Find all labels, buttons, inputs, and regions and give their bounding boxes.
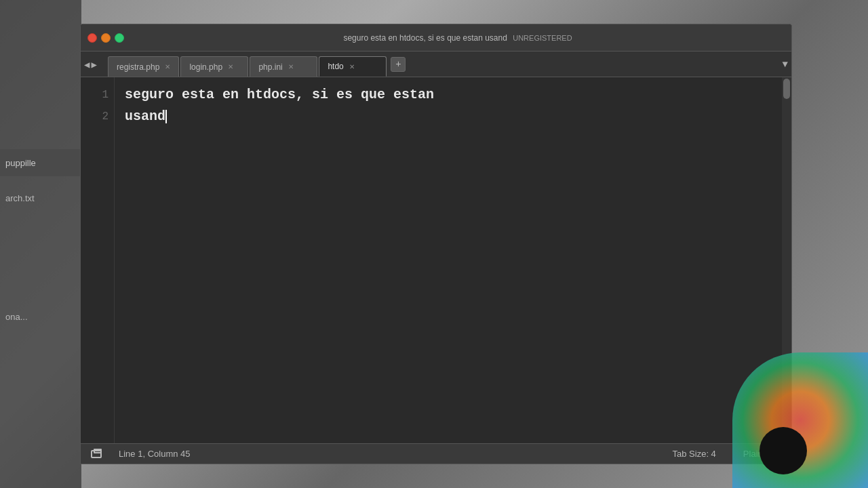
tab-size-indicator[interactable]: Tab Size: 4: [673, 449, 716, 459]
tab-close-icon[interactable]: ✕: [288, 63, 294, 70]
sidebar-panel: puppille arch.txt ona...: [0, 0, 81, 488]
maximize-button[interactable]: [115, 33, 124, 43]
tab-label: registra.php: [117, 62, 159, 72]
tab-registra[interactable]: registra.php ✕: [108, 56, 179, 77]
sidebar-item-label: puppille: [5, 158, 36, 168]
scrollbar-thumb[interactable]: [783, 79, 790, 99]
tab-close-icon[interactable]: ✕: [228, 63, 233, 70]
tab-label: htdo: [328, 62, 343, 71]
window-controls: [87, 33, 124, 43]
new-tab-button[interactable]: +: [391, 57, 406, 72]
tab-size-label: Tab Size: 4: [673, 449, 716, 459]
sidebar-item-arch[interactable]: arch.txt: [0, 193, 80, 203]
tab-label: login.php: [189, 62, 222, 72]
sidebar-item-puppille[interactable]: puppille: [0, 149, 80, 176]
status-bar: Line 1, Column 45 Tab Size: 4 Plain Text: [81, 443, 791, 464]
text-cursor: [165, 110, 167, 123]
cursor-position[interactable]: Line 1, Column 45: [119, 449, 191, 459]
window-title: seguro esta en htdocs, si es que estan u…: [131, 33, 785, 43]
code-line-1: seguro esta en htdocs, si es que estan: [125, 84, 781, 106]
unregistered-label: UNREGISTERED: [513, 34, 572, 42]
tab-phpini[interactable]: php.ini ✕: [250, 56, 317, 77]
code-line-2: usand: [125, 106, 781, 127]
tab-login[interactable]: login.php ✕: [180, 56, 248, 77]
tab-close-icon[interactable]: ✕: [349, 63, 355, 70]
sidebar-item-label: arch.txt: [5, 193, 35, 203]
editor-area[interactable]: 1 2 seguro esta en htdocs, si es que est…: [81, 77, 791, 443]
title-bar: seguro esta en htdocs, si es que estan u…: [81, 24, 791, 52]
tab-nav-buttons[interactable]: ◀ ▶: [84, 58, 97, 70]
tab-htdo[interactable]: htdo ✕: [319, 56, 387, 77]
tab-close-icon[interactable]: ✕: [165, 63, 170, 70]
color-blob-decoration: [732, 352, 868, 488]
title-text-main: seguro esta en htdocs, si es que estan u…: [343, 33, 507, 43]
line-number-2: 2: [86, 106, 108, 127]
status-icon: [91, 450, 102, 458]
code-editor[interactable]: seguro esta en htdocs, si es que estan u…: [115, 77, 791, 443]
minimize-button[interactable]: [101, 33, 111, 43]
dark-circle-overlay: [760, 427, 807, 474]
editor-window: seguro esta en htdocs, si es que estan u…: [80, 24, 792, 464]
sidebar-item-label: ona...: [5, 312, 28, 322]
tab-prev-arrow[interactable]: ◀: [84, 58, 90, 70]
tab-next-arrow[interactable]: ▶: [91, 58, 96, 70]
sidebar-item-ona[interactable]: ona...: [0, 312, 80, 322]
tab-bar: ◀ ▶ registra.php ✕ login.php ✕ php.ini ✕…: [81, 52, 791, 77]
position-label: Line 1, Column 45: [119, 449, 191, 459]
line-numbers: 1 2: [81, 77, 115, 443]
tab-label: php.ini: [258, 62, 282, 72]
line-number-1: 1: [86, 84, 108, 106]
close-button[interactable]: [87, 33, 97, 43]
tab-overflow-button[interactable]: ▼: [783, 59, 788, 70]
